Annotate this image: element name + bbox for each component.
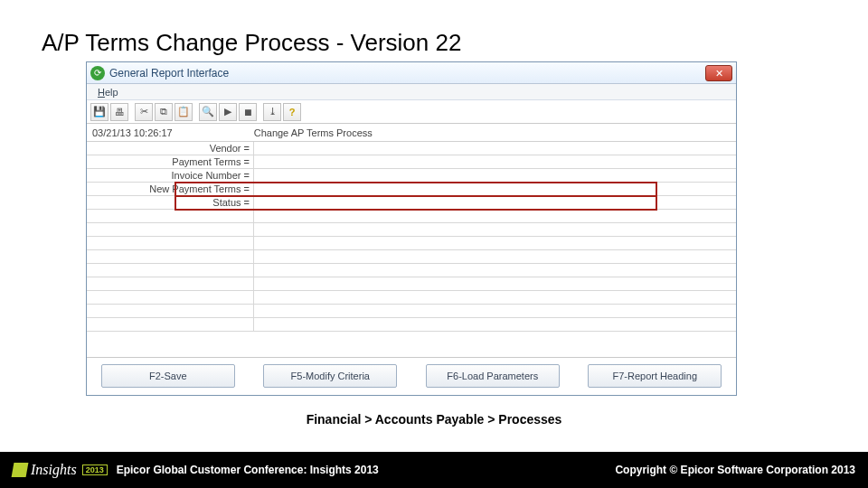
save-button[interactable]: F2-Save: [101, 364, 235, 388]
titlebar: ⟳ General Report Interface ✕: [87, 62, 736, 84]
close-icon: ✕: [715, 68, 723, 80]
toolbar-search-icon[interactable]: 🔍: [199, 103, 217, 121]
toolbar-stop-icon[interactable]: ⏹: [239, 103, 257, 121]
new-payment-terms-input[interactable]: [254, 183, 736, 195]
close-button[interactable]: ✕: [705, 65, 732, 81]
field-row-status: Status =: [87, 196, 736, 210]
status-process: Change AP Terms Process: [254, 127, 373, 138]
logo-text: Insights: [31, 462, 77, 478]
logo: Insights 2013: [13, 462, 108, 478]
report-heading-button[interactable]: F7-Report Heading: [588, 364, 722, 388]
toolbar-print-icon[interactable]: 🖶: [110, 103, 128, 121]
field-label: New Payment Terms =: [87, 183, 254, 195]
toolbar: 💾 🖶 ✂ ⧉ 📋 🔍 ▶ ⏹ ⤓ ?: [87, 100, 736, 124]
button-bar: F2-Save F5-Modify Criteria F6-Load Param…: [87, 357, 736, 388]
field-label: Status =: [87, 196, 254, 209]
status-datetime: 03/21/13 10:26:17: [92, 127, 173, 138]
invoice-number-input[interactable]: [254, 169, 736, 182]
toolbar-save-icon[interactable]: 💾: [90, 103, 108, 121]
payment-terms-input[interactable]: [254, 155, 736, 168]
footer: Insights 2013 Epicor Global Customer Con…: [0, 452, 868, 488]
status-input[interactable]: [254, 196, 736, 209]
field-label: Invoice Number =: [87, 169, 254, 182]
app-window: ⟳ General Report Interface ✕ Help 💾 🖶 ✂ …: [86, 61, 737, 396]
field-row-payment-terms: Payment Terms =: [87, 155, 736, 169]
toolbar-help-icon[interactable]: ?: [283, 103, 301, 121]
menubar: Help: [87, 84, 736, 100]
toolbar-cut-icon[interactable]: ✂: [135, 103, 153, 121]
window-title: General Report Interface: [109, 67, 229, 80]
field-row-invoice-number: Invoice Number =: [87, 169, 736, 183]
vendor-input[interactable]: [254, 142, 736, 155]
footer-copyright: Copyright © Epicor Software Corporation …: [615, 464, 855, 476]
toolbar-run-icon[interactable]: ▶: [219, 103, 237, 121]
load-parameters-button[interactable]: F6-Load Parameters: [426, 364, 560, 388]
field-row-new-payment-terms: New Payment Terms =: [87, 183, 736, 196]
slide-title: A/P Terms Change Process - Version 22: [42, 29, 461, 57]
toolbar-paste-icon[interactable]: 📋: [175, 103, 193, 121]
field-label: Payment Terms =: [87, 155, 254, 168]
logo-year: 2013: [82, 465, 108, 475]
menu-help[interactable]: Help: [92, 85, 124, 99]
breadcrumb: Financial > Accounts Payable > Processes: [0, 412, 868, 427]
status-row: 03/21/13 10:26:17 Change AP Terms Proces…: [87, 124, 736, 142]
field-label: Vendor =: [87, 142, 254, 155]
toolbar-export-icon[interactable]: ⤓: [263, 103, 281, 121]
form-area: Vendor = Payment Terms = Invoice Number …: [87, 142, 736, 344]
logo-mark-icon: [12, 463, 29, 477]
toolbar-copy-icon[interactable]: ⧉: [155, 103, 173, 121]
modify-criteria-button[interactable]: F5-Modify Criteria: [263, 364, 397, 388]
app-icon: ⟳: [90, 66, 105, 80]
field-row-vendor: Vendor =: [87, 142, 736, 155]
footer-conference: Epicor Global Customer Conference: Insig…: [117, 464, 379, 476]
